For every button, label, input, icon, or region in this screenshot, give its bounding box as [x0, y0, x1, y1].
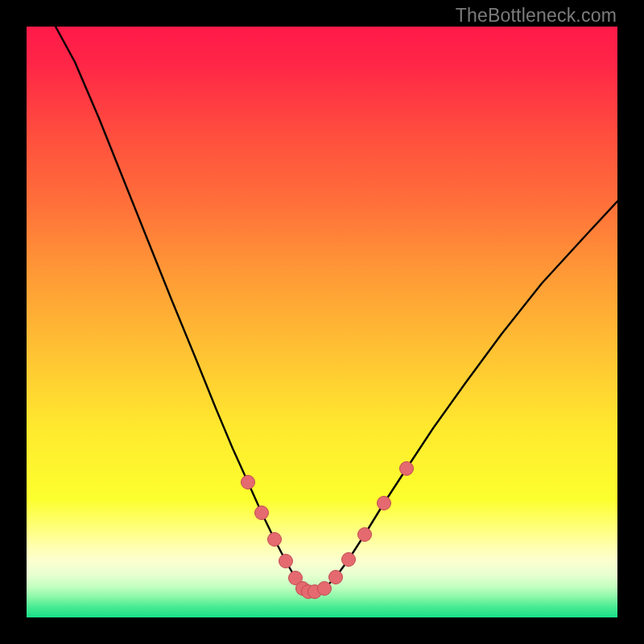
data-marker — [268, 533, 282, 547]
data-marker — [329, 571, 343, 584]
chart-stage: TheBottleneck.com — [0, 0, 644, 644]
data-marker — [358, 528, 372, 542]
data-marker — [255, 506, 269, 520]
data-marker — [378, 497, 391, 510]
data-marker — [279, 555, 293, 568]
attribution-label: TheBottleneck.com — [456, 5, 617, 27]
data-marker — [400, 462, 414, 476]
data-marker — [242, 476, 255, 489]
bottleneck-curve — [27, 27, 617, 617]
data-marker — [342, 553, 356, 567]
data-marker — [318, 582, 332, 596]
plot-area — [27, 27, 617, 617]
